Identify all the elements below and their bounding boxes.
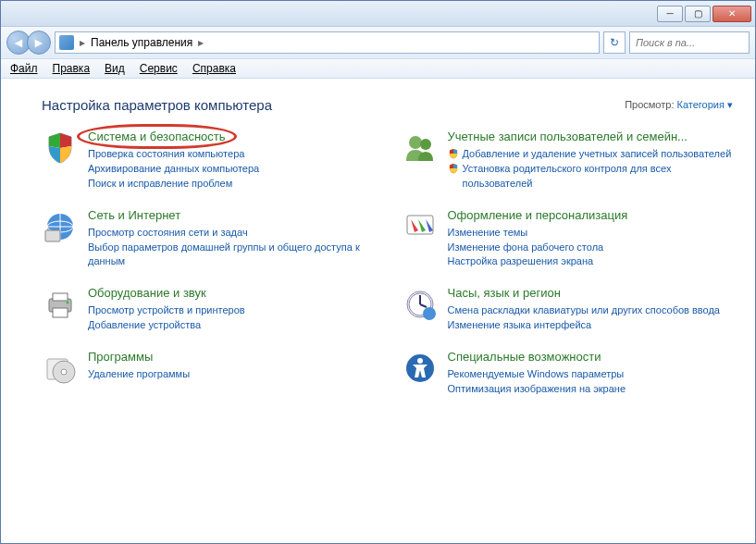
- category-item: ПрограммыУдаление программы: [42, 350, 374, 387]
- sublinks: Рекомендуемые Windows параметрыОптимизац…: [448, 367, 734, 397]
- sublink[interactable]: Смена раскладки клавиатуры или других сп…: [448, 303, 734, 318]
- accessibility-icon: [402, 350, 439, 387]
- category-item: Сеть и ИнтернетПросмотр состояния сети и…: [42, 208, 374, 270]
- sublinks: Проверка состояния компьютераАрхивирован…: [88, 147, 374, 192]
- category-title[interactable]: Часы, язык и регион: [448, 286, 734, 302]
- breadcrumb-root[interactable]: Панель управления: [91, 36, 192, 49]
- sublink-text: Установка родительского контроля для все…: [463, 162, 734, 192]
- category-item: Оформление и персонализацияИзменение тем…: [402, 208, 734, 270]
- category-item: Учетные записи пользователей и семейн...…: [402, 130, 734, 192]
- svg-point-10: [409, 136, 422, 149]
- close-button[interactable]: ✕: [713, 6, 751, 22]
- svg-point-6: [67, 302, 69, 304]
- sublink[interactable]: Поиск и исправление проблем: [88, 177, 374, 192]
- category-item: Оборудование и звукПросмотр устройств и …: [42, 286, 374, 333]
- category-title[interactable]: Программы: [88, 350, 374, 365]
- search-input[interactable]: [629, 31, 750, 54]
- sublink-text: Настройка разрешения экрана: [448, 254, 594, 269]
- forward-button[interactable]: ►: [27, 31, 51, 55]
- view-by-label: Просмотр:: [625, 99, 674, 110]
- category-title[interactable]: Система и безопасность: [88, 130, 374, 145]
- refresh-button[interactable]: ↻: [603, 31, 626, 54]
- sublink[interactable]: Изменение языка интерфейса: [448, 318, 734, 333]
- maximize-button[interactable]: ▢: [685, 6, 711, 22]
- sublink-text: Поиск и исправление проблем: [88, 177, 232, 192]
- sublinks: Просмотр состояния сети и задачВыбор пар…: [88, 226, 374, 270]
- sublink-text: Просмотр устройств и принтеров: [88, 303, 245, 318]
- category-item: Система и безопасностьПроверка состояния…: [42, 130, 374, 192]
- sublink-text: Изменение фона рабочего стола: [448, 241, 604, 255]
- page-title: Настройка параметров компьютера: [42, 97, 272, 113]
- breadcrumb-sep: ▸: [198, 36, 204, 49]
- sublink[interactable]: Архивирование данных компьютера: [88, 162, 374, 177]
- menu-edit[interactable]: Правка: [53, 62, 91, 75]
- category-title[interactable]: Оформление и персонализация: [448, 208, 734, 224]
- sublink[interactable]: Изменение темы: [448, 226, 734, 241]
- svg-rect-4: [53, 293, 68, 301]
- category-title[interactable]: Оборудование и звук: [88, 286, 374, 302]
- menu-bar: Файл Правка Вид Сервис Справка: [1, 58, 755, 79]
- sublinks: Удаление программы: [88, 367, 374, 382]
- sublink-text: Смена раскладки клавиатуры или других сп…: [448, 303, 720, 318]
- navigation-bar: ◄ ► ▸ Панель управления ▸ ↻: [1, 27, 755, 58]
- category-body: Часы, язык и регионСмена раскладки клави…: [448, 286, 734, 333]
- category-title-text[interactable]: Система и безопасность: [88, 130, 226, 143]
- window-controls: ─ ▢ ✕: [657, 6, 751, 22]
- category-body: Учетные записи пользователей и семейн...…: [448, 130, 734, 192]
- sublinks: Изменение темыИзменение фона рабочего ст…: [448, 226, 734, 270]
- content-header: Настройка параметров компьютера Просмотр…: [42, 97, 733, 113]
- svg-point-9: [61, 369, 67, 375]
- address-bar[interactable]: ▸ Панель управления ▸: [55, 31, 600, 54]
- category-title[interactable]: Специальные возможности: [448, 350, 734, 365]
- sublink[interactable]: Просмотр устройств и принтеров: [88, 303, 374, 318]
- svg-point-15: [423, 307, 436, 320]
- category-body: Сеть и ИнтернетПросмотр состояния сети и…: [88, 208, 374, 270]
- view-by: Просмотр: Категория ▾: [625, 99, 733, 111]
- network-globe-icon: [42, 208, 79, 245]
- category-item: Часы, язык и регионСмена раскладки клави…: [402, 286, 734, 333]
- sublink[interactable]: Добавление устройства: [88, 318, 374, 333]
- uac-shield-icon: [448, 148, 459, 159]
- minimize-button[interactable]: ─: [657, 6, 683, 22]
- control-panel-window: ─ ▢ ✕ ◄ ► ▸ Панель управления ▸ ↻ Файл П…: [0, 0, 756, 544]
- sublink[interactable]: Настройка разрешения экрана: [448, 254, 734, 269]
- uac-shield-icon: [448, 163, 459, 174]
- right-column: Учетные записи пользователей и семейн...…: [402, 130, 734, 397]
- menu-file[interactable]: Файл: [10, 62, 38, 75]
- menu-help[interactable]: Справка: [192, 62, 236, 75]
- view-by-dropdown[interactable]: Категория ▾: [677, 99, 733, 110]
- svg-point-11: [420, 139, 431, 150]
- sublink[interactable]: Установка родительского контроля для все…: [448, 162, 734, 192]
- sublink-text: Изменение языка интерфейса: [448, 318, 592, 333]
- sublink[interactable]: Изменение фона рабочего стола: [448, 241, 734, 255]
- hardware-printer-icon: [42, 286, 79, 323]
- category-body: Специальные возможностиРекомендуемые Win…: [448, 350, 734, 397]
- category-item: Специальные возможностиРекомендуемые Win…: [402, 350, 734, 397]
- category-columns: Система и безопасностьПроверка состояния…: [42, 130, 733, 397]
- sublink-text: Оптимизация изображения на экране: [448, 382, 626, 397]
- sublink[interactable]: Оптимизация изображения на экране: [448, 382, 734, 397]
- sublink-text: Выбор параметров домашней группы и общег…: [88, 241, 374, 270]
- clock-region-icon: [402, 286, 439, 323]
- svg-rect-5: [53, 308, 68, 317]
- sublink[interactable]: Удаление программы: [88, 367, 374, 382]
- category-title[interactable]: Учетные записи пользователей и семейн...: [448, 130, 734, 145]
- category-title[interactable]: Сеть и Интернет: [88, 208, 374, 224]
- menu-tools[interactable]: Сервис: [140, 62, 178, 75]
- sublink[interactable]: Рекомендуемые Windows параметры: [448, 367, 734, 382]
- sublink-text: Проверка состояния компьютера: [88, 147, 244, 162]
- sublink-text: Просмотр состояния сети и задач: [88, 226, 248, 241]
- sublink[interactable]: Выбор параметров домашней группы и общег…: [88, 241, 374, 270]
- sublink-text: Архивирование данных компьютера: [88, 162, 259, 177]
- menu-view[interactable]: Вид: [105, 62, 125, 75]
- sublink-text: Удаление программы: [88, 367, 190, 382]
- sublinks: Просмотр устройств и принтеровДобавление…: [88, 303, 374, 333]
- titlebar: ─ ▢ ✕: [1, 1, 755, 27]
- control-panel-icon: [59, 35, 74, 50]
- svg-rect-2: [45, 230, 60, 241]
- highlighted-category: Система и безопасность: [88, 130, 226, 145]
- sublink[interactable]: Просмотр состояния сети и задач: [88, 226, 374, 241]
- sublink[interactable]: Добавление и удаление учетных записей по…: [448, 147, 734, 162]
- sublink[interactable]: Проверка состояния компьютера: [88, 147, 374, 162]
- shield-security-icon: [42, 130, 79, 167]
